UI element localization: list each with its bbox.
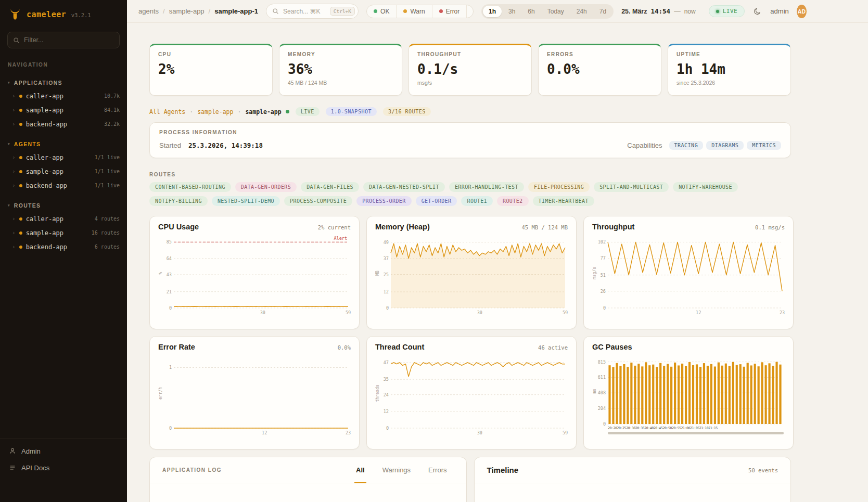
- route-chip-timer-heartbeat[interactable]: TIMER-HEARTBEAT: [533, 196, 594, 206]
- route-chip-route2[interactable]: ROUTE2: [497, 196, 529, 206]
- agent-crumb-1[interactable]: sample-app: [197, 108, 233, 115]
- status-filter-error[interactable]: Error: [432, 5, 467, 18]
- svg-text:24: 24: [384, 392, 389, 397]
- chevron-right-icon: ›: [12, 243, 16, 250]
- chart-title: CPU Usage: [158, 223, 199, 231]
- status-filter-running[interactable]: Running: [466, 5, 474, 18]
- agent-crumb-0[interactable]: All Agents: [149, 108, 185, 115]
- chart-plot: 02651771021223msg/s: [592, 233, 785, 316]
- sidebar-item-label: caller-app: [26, 154, 63, 161]
- search-placeholder: Search... ⌘K: [283, 8, 326, 15]
- stat-label: MEMORY: [288, 52, 393, 57]
- agent-live-dot-icon: [286, 110, 289, 113]
- gc-time-scrollbar[interactable]: [608, 432, 784, 434]
- app-version: v3.2.1: [71, 12, 91, 18]
- sidebar-item-badge: 32.2k: [104, 121, 120, 127]
- sidebar-item-badge: 1/1 live: [95, 169, 120, 174]
- route-chip-content-based-routing[interactable]: CONTENT-BASED-ROUTING: [149, 182, 231, 192]
- sidebar-item-applications-backend-app[interactable]: ›backend-app32.2k: [0, 117, 127, 131]
- svg-text:0: 0: [386, 426, 389, 431]
- log-tab-errors[interactable]: Errors: [427, 457, 448, 483]
- sidebar-admin[interactable]: Admin: [0, 443, 127, 459]
- route-chip-data-gen-nested-split[interactable]: DATA-GEN-NESTED-SPLIT: [363, 182, 445, 192]
- route-chip-data-gen-files[interactable]: DATA-GEN-FILES: [301, 182, 359, 192]
- sidebar-item-agents-backend-app[interactable]: ›backend-app1/1 live: [0, 178, 127, 192]
- agent-bar: All Agents·sample-app·sample-appLIVE1.0-…: [149, 107, 791, 116]
- capability-tracing: TRACING: [669, 141, 704, 150]
- filter-input[interactable]: [24, 36, 114, 44]
- sidebar-item-badge: 4 routes: [95, 216, 120, 222]
- agent-badge-1-0-snapshot: 1.0-SNAPSHOT: [326, 107, 377, 116]
- chart-card-cpu-usage: CPU Usage2% current0214364853059%Alert: [149, 216, 360, 329]
- live-label: LIVE: [723, 8, 738, 15]
- status-dot-icon: [19, 217, 22, 221]
- nav-group-agents[interactable]: ▾AGENTS: [0, 141, 127, 147]
- breadcrumb-agents[interactable]: agents: [138, 7, 159, 15]
- sidebar-api-docs[interactable]: API Docs: [0, 459, 127, 476]
- sidebar-item-routes-sample-app[interactable]: ›sample-app16 routes: [0, 226, 127, 240]
- route-chip-get-order[interactable]: GET-ORDER: [416, 196, 457, 206]
- sidebar-item-agents-sample-app[interactable]: ›sample-app1/1 live: [0, 164, 127, 178]
- log-tab-all[interactable]: All: [354, 457, 366, 483]
- chart-plot: 0122435473059threads: [375, 353, 568, 436]
- agent-badge-live: LIVE: [296, 107, 320, 116]
- timeline-event-count: 50 events: [748, 467, 778, 473]
- datetime-picker[interactable]: 25. März 14:54 — now: [621, 7, 696, 15]
- breadcrumb-separator: /: [209, 7, 211, 15]
- chart-canvas: 011223err/h: [158, 353, 351, 436]
- chart-plot: 0122537493059MB: [375, 233, 568, 316]
- search-shortcut-badge: Ctrl+K: [330, 7, 355, 16]
- route-chip-file-processing[interactable]: FILE-PROCESSING: [528, 182, 590, 192]
- route-chip-split-and-multicast[interactable]: SPLIT-AND-MULTICAST: [594, 182, 669, 192]
- avatar[interactable]: AD: [797, 5, 807, 18]
- sidebar-item-applications-caller-app[interactable]: ›caller-app10.7k: [0, 89, 127, 103]
- sidebar-item-routes-caller-app[interactable]: ›caller-app4 routes: [0, 212, 127, 226]
- time-range-1h[interactable]: 1h: [483, 6, 502, 17]
- chart-header: Memory (Heap)45 MB / 124 MB: [375, 223, 568, 231]
- breadcrumb-sample-app[interactable]: sample-app: [169, 7, 205, 15]
- nav-group-routes[interactable]: ▾ROUTES: [0, 202, 127, 209]
- svg-text:204: 204: [598, 406, 606, 411]
- time-range-24h[interactable]: 24h: [571, 6, 593, 17]
- route-chip-process-composite[interactable]: PROCESS-COMPOSITE: [284, 196, 352, 206]
- chart-header: Throughput0.1 msg/s: [592, 223, 785, 231]
- route-chip-data-gen-orders[interactable]: DATA-GEN-ORDERS: [235, 182, 297, 192]
- nav-group-applications[interactable]: ▾APPLICATIONS: [0, 80, 127, 86]
- sidebar-item-applications-sample-app[interactable]: ›sample-app84.1k: [0, 103, 127, 117]
- status-filter-warn[interactable]: Warn: [396, 5, 431, 18]
- stat-card-memory: MEMORY36%45 MB / 124 MB: [279, 44, 402, 96]
- route-chip-route1[interactable]: ROUTE1: [461, 196, 493, 206]
- sidebar-item-agents-caller-app[interactable]: ›caller-app1/1 live: [0, 150, 127, 164]
- route-chip-nested-split-demo[interactable]: NESTED-SPLIT-DEMO: [212, 196, 280, 206]
- sidebar-item-label: caller-app: [26, 93, 63, 100]
- capabilities-label: Capabilities: [627, 141, 662, 149]
- route-chip-notify-billing[interactable]: NOTIFY-BILLING: [149, 196, 208, 206]
- status-filter-ok[interactable]: OK: [367, 5, 396, 18]
- admin-icon: [9, 447, 16, 455]
- chart-canvas: 0122435473059threads: [375, 353, 568, 436]
- svg-text:msg/s: msg/s: [592, 267, 597, 279]
- svg-text:12: 12: [696, 310, 701, 315]
- global-search[interactable]: Search... ⌘K Ctrl+K: [266, 4, 359, 19]
- svg-text:30: 30: [260, 310, 265, 315]
- live-indicator[interactable]: LIVE: [709, 5, 745, 17]
- log-tab-warnings[interactable]: Warnings: [381, 457, 412, 483]
- time-range-3h[interactable]: 3h: [503, 6, 521, 17]
- svg-text:30: 30: [477, 430, 482, 435]
- chevron-right-icon: ›: [12, 229, 16, 236]
- route-chip-notify-warehouse[interactable]: NOTIFY-WAREHOUSE: [673, 182, 738, 192]
- route-chips: CONTENT-BASED-ROUTINGDATA-GEN-ORDERSDATA…: [149, 182, 791, 206]
- dark-mode-toggle[interactable]: [752, 5, 762, 18]
- time-range-7d[interactable]: 7d: [594, 6, 612, 17]
- app-logo[interactable]: cameleer v3.2.1: [0, 0, 127, 27]
- sidebar-item-routes-backend-app[interactable]: ›backend-app6 routes: [0, 240, 127, 254]
- route-chip-error-handling-test[interactable]: ERROR-HANDLING-TEST: [449, 182, 524, 192]
- chevron-right-icon: ›: [12, 93, 16, 99]
- svg-text:59: 59: [563, 310, 568, 315]
- route-chip-process-order[interactable]: PROCESS-ORDER: [356, 196, 411, 206]
- sidebar: cameleer v3.2.1 NAVIGATION ▾APPLICATIONS…: [0, 0, 127, 502]
- svg-text:23: 23: [346, 430, 351, 435]
- chevron-right-icon: ›: [12, 107, 16, 113]
- time-range-6h[interactable]: 6h: [522, 6, 540, 17]
- time-range-today[interactable]: Today: [542, 6, 570, 17]
